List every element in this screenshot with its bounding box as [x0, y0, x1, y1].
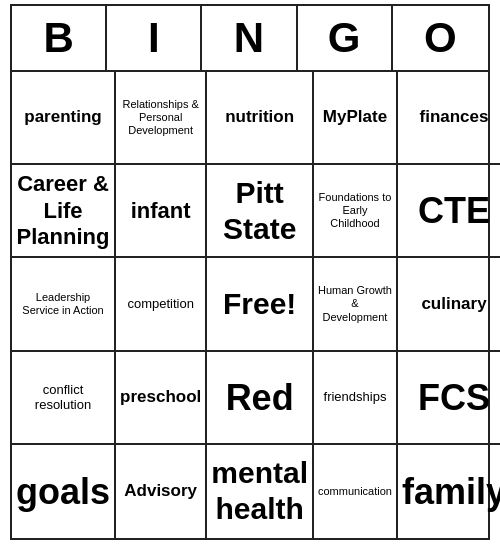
cell-text-18: friendships — [324, 389, 387, 405]
bingo-letter-i: I — [107, 6, 202, 70]
cell-text-1: Relationships & Personal Development — [120, 98, 201, 138]
bingo-cell-12: Free! — [207, 258, 314, 351]
bingo-header: BINGO — [12, 6, 488, 72]
bingo-cell-13: Human Growth & Development — [314, 258, 398, 351]
bingo-cell-15: conflict resolution — [12, 352, 116, 445]
bingo-cell-8: Foundations to Early Childhood — [314, 165, 398, 258]
bingo-cell-24: family — [398, 445, 500, 538]
bingo-cell-23: communication — [314, 445, 398, 538]
cell-text-17: Red — [226, 376, 294, 419]
cell-text-11: competition — [127, 296, 193, 312]
cell-text-22: mental health — [211, 455, 308, 527]
cell-text-10: Leadership Service in Action — [16, 291, 110, 317]
cell-text-19: FCS — [418, 376, 490, 419]
cell-text-8: Foundations to Early Childhood — [318, 191, 392, 231]
bingo-cell-16: preschool — [116, 352, 207, 445]
bingo-cell-0: parenting — [12, 72, 116, 165]
bingo-letter-o: O — [393, 6, 488, 70]
bingo-cell-7: Pitt State — [207, 165, 314, 258]
cell-text-7: Pitt State — [211, 175, 308, 247]
bingo-cell-6: infant — [116, 165, 207, 258]
cell-text-0: parenting — [24, 107, 101, 127]
bingo-cell-20: goals — [12, 445, 116, 538]
bingo-grid: parentingRelationships & Personal Develo… — [12, 72, 488, 538]
cell-text-23: communication — [318, 485, 392, 498]
cell-text-16: preschool — [120, 387, 201, 407]
bingo-cell-1: Relationships & Personal Development — [116, 72, 207, 165]
cell-text-9: CTE — [418, 189, 490, 232]
bingo-card: BINGO parentingRelationships & Personal … — [10, 4, 490, 540]
bingo-cell-18: friendships — [314, 352, 398, 445]
bingo-cell-9: CTE — [398, 165, 500, 258]
cell-text-24: family — [402, 470, 500, 513]
cell-text-20: goals — [16, 470, 110, 513]
bingo-cell-19: FCS — [398, 352, 500, 445]
cell-text-12: Free! — [223, 286, 296, 322]
cell-text-6: infant — [131, 198, 191, 224]
cell-text-4: finances — [420, 107, 489, 127]
bingo-cell-14: culinary — [398, 258, 500, 351]
bingo-letter-b: B — [12, 6, 107, 70]
bingo-cell-3: MyPlate — [314, 72, 398, 165]
cell-text-14: culinary — [421, 294, 486, 314]
cell-text-2: nutrition — [225, 107, 294, 127]
bingo-cell-22: mental health — [207, 445, 314, 538]
bingo-cell-17: Red — [207, 352, 314, 445]
cell-text-3: MyPlate — [323, 107, 387, 127]
cell-text-15: conflict resolution — [16, 382, 110, 413]
bingo-cell-4: finances — [398, 72, 500, 165]
bingo-letter-g: G — [298, 6, 393, 70]
cell-text-5: Career & Life Planning — [16, 171, 110, 250]
bingo-cell-2: nutrition — [207, 72, 314, 165]
bingo-cell-21: Advisory — [116, 445, 207, 538]
cell-text-21: Advisory — [124, 481, 197, 501]
bingo-letter-n: N — [202, 6, 297, 70]
bingo-cell-11: competition — [116, 258, 207, 351]
bingo-cell-10: Leadership Service in Action — [12, 258, 116, 351]
cell-text-13: Human Growth & Development — [318, 284, 392, 324]
bingo-cell-5: Career & Life Planning — [12, 165, 116, 258]
